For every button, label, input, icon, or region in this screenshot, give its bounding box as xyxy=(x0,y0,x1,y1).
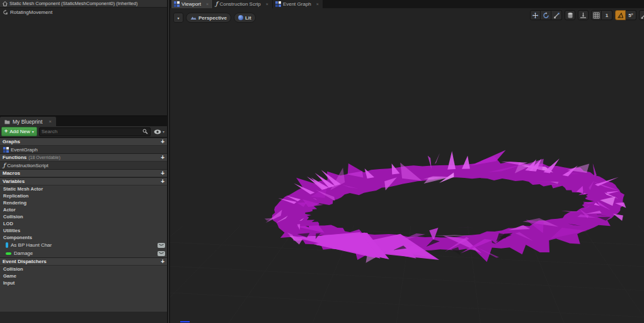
world-cylinder-icon xyxy=(567,12,573,19)
eye-closed-icon[interactable] xyxy=(158,243,165,248)
plus-icon: + xyxy=(4,129,8,134)
add-event-dispatcher-button[interactable]: + xyxy=(161,259,164,265)
visibility-filter-button[interactable]: ▾ xyxy=(152,129,166,134)
variable-category[interactable]: Utilities xyxy=(0,227,167,234)
tab-label: My Blueprint xyxy=(13,119,42,125)
viewport-options-button[interactable]: ▾ xyxy=(173,13,183,23)
close-icon[interactable]: × xyxy=(206,2,209,6)
viewport-toolbar-right: 1 5° xyxy=(530,10,644,20)
rotation-snapping-button[interactable] xyxy=(615,10,626,20)
add-function-button[interactable]: + xyxy=(161,155,164,161)
add-new-button[interactable]: + Add New ▾ xyxy=(1,127,37,136)
variable-type-pill xyxy=(6,242,8,248)
close-icon[interactable]: × xyxy=(49,119,52,124)
component-row-rotating-movement[interactable]: RotatingMovement xyxy=(0,8,167,17)
variable-label: As BP Haunt Char xyxy=(11,242,52,248)
house-icon xyxy=(3,1,8,6)
section-macros[interactable]: Macros + xyxy=(0,169,167,177)
rotate-icon xyxy=(543,12,549,19)
variable-category[interactable]: Actor xyxy=(0,206,167,213)
component-label: RotatingMovement xyxy=(10,9,52,15)
scale-snap-group xyxy=(639,10,644,20)
section-label: Functions xyxy=(3,155,26,160)
viewport-canvas[interactable] xyxy=(170,8,644,323)
variable-category[interactable]: Collision xyxy=(0,213,167,220)
perspective-icon xyxy=(190,16,197,20)
section-graphs[interactable]: Graphs + xyxy=(0,138,167,146)
variable-category[interactable]: Replication xyxy=(0,192,167,199)
tab-viewport[interactable]: Viewport × xyxy=(171,0,212,8)
list-item-constructionscript[interactable]: ƒ ConstructionScript xyxy=(0,162,167,169)
variable-row-as-bp-haunt-char[interactable]: As BP Haunt Char xyxy=(0,241,167,249)
function-icon: ƒ xyxy=(216,1,217,7)
close-icon[interactable]: × xyxy=(266,2,268,6)
list-item-eventgraph[interactable]: EventGraph xyxy=(0,146,167,153)
lit-label: Lit xyxy=(245,15,251,21)
chevron-down-icon[interactable]: ▾ xyxy=(163,129,164,134)
grid-snap-group: 1 xyxy=(591,10,612,20)
viewport-tabstrip: Viewport × ƒ Construction Scrip × Event … xyxy=(170,0,644,8)
chevron-down-icon: ▾ xyxy=(32,129,34,134)
add-macro-button[interactable]: + xyxy=(161,170,164,177)
left-panel: Static Mesh Component (StaticMeshCompone… xyxy=(0,0,167,323)
close-icon[interactable]: × xyxy=(316,2,319,6)
variable-row-damage[interactable]: Damage xyxy=(0,249,167,257)
surface-snapping-button[interactable] xyxy=(578,10,589,20)
rotate-tool-button[interactable] xyxy=(541,10,551,20)
tab-construction-script[interactable]: ƒ Construction Scrip × xyxy=(213,0,272,8)
blueprint-editor-window: Static Mesh Component (StaticMeshCompone… xyxy=(0,0,644,323)
section-functions[interactable]: Functions (18 Overridable) + xyxy=(0,153,167,162)
variable-category[interactable]: Components xyxy=(0,234,167,241)
scale-snapping-button[interactable] xyxy=(639,10,644,20)
section-label: Macros xyxy=(3,170,20,176)
components-panel: Static Mesh Component (StaticMeshCompone… xyxy=(0,0,167,116)
viewport-tab-icon xyxy=(174,1,180,7)
component-row-static-mesh[interactable]: Static Mesh Component (StaticMeshCompone… xyxy=(0,0,167,8)
eye-closed-icon[interactable] xyxy=(158,251,165,256)
search-icon xyxy=(142,129,148,134)
mesh-preview-scene xyxy=(170,8,644,323)
rotation-snap-icon xyxy=(617,12,624,19)
event-graph-tab-icon xyxy=(275,1,281,7)
my-blueprint-list: Graphs + EventGraph Functions (18 Overri… xyxy=(0,138,167,312)
tab-label: Viewport xyxy=(181,1,201,7)
tab-my-blueprint[interactable]: My Blueprint × xyxy=(0,117,56,126)
variable-category[interactable]: LOD xyxy=(0,220,167,227)
lit-mode-button[interactable]: Lit xyxy=(234,13,256,23)
variable-label: Damage xyxy=(14,250,33,256)
search-box xyxy=(39,127,151,136)
grid-snap-value-button[interactable]: 1 xyxy=(602,10,612,20)
section-label: Graphs xyxy=(3,139,20,144)
variable-category[interactable]: Rendering xyxy=(0,199,167,206)
variable-category[interactable]: Static Mesh Actor xyxy=(0,185,167,192)
scale-icon xyxy=(553,12,560,19)
dispatcher-category[interactable]: Input xyxy=(0,279,167,286)
function-icon: ƒ xyxy=(3,163,5,168)
search-input[interactable] xyxy=(42,129,142,134)
tab-label: Construction Scrip xyxy=(219,1,260,7)
section-variables[interactable]: Variables + xyxy=(0,177,167,185)
functions-overridable-hint: (18 Overridable) xyxy=(28,155,60,160)
rotation-snap-value: 5° xyxy=(628,13,633,18)
transform-tools-group xyxy=(530,10,562,20)
dispatcher-category[interactable]: Game xyxy=(0,273,167,279)
move-tool-button[interactable] xyxy=(530,10,541,20)
add-variable-button[interactable]: + xyxy=(161,179,164,185)
perspective-button[interactable]: Perspective xyxy=(186,13,231,23)
add-new-label: Add New xyxy=(9,129,30,134)
variable-type-pill xyxy=(6,252,11,255)
move-icon xyxy=(532,12,539,19)
event-graph-icon xyxy=(3,147,9,153)
tab-event-graph[interactable]: Event Graph × xyxy=(273,0,323,8)
dispatcher-category[interactable]: Collision xyxy=(0,266,167,273)
section-event-dispatchers[interactable]: Event Dispatchers + xyxy=(0,257,167,266)
my-blueprint-toolbar: + Add New ▾ ▾ xyxy=(0,126,167,138)
add-graph-button[interactable]: + xyxy=(161,139,164,145)
lit-sphere-icon xyxy=(238,15,243,20)
scale-tool-button[interactable] xyxy=(551,10,562,20)
coordinate-system-button[interactable] xyxy=(565,10,575,20)
grid-snapping-button[interactable] xyxy=(591,10,602,20)
rotation-snap-value-button[interactable]: 5° xyxy=(626,10,636,20)
rotation-snap-group: 5° xyxy=(615,10,636,20)
item-label: EventGraph xyxy=(11,147,38,153)
